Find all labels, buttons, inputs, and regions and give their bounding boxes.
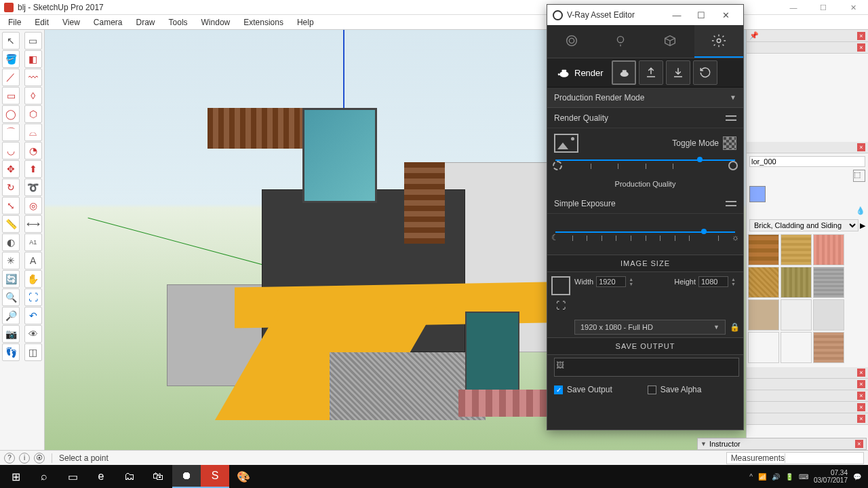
vray-minimize-button[interactable]: —	[665, 10, 689, 20]
eyedropper-icon[interactable]: 💧	[856, 206, 865, 215]
material-swatch[interactable]	[781, 332, 812, 363]
panel-close-1[interactable]: ×	[857, 43, 865, 52]
material-swatch[interactable]	[813, 234, 844, 265]
orbit-tool[interactable]: 🔄	[2, 270, 20, 288]
eraser-tool[interactable]: ◧	[24, 50, 42, 68]
material-create-icon[interactable]: ⬚	[853, 170, 865, 182]
edge-taskbar-icon[interactable]: e	[87, 465, 115, 488]
taskbar-clock[interactable]: 07.34 03/07/2017	[814, 469, 848, 484]
geo-icon[interactable]: ⦿	[34, 453, 45, 464]
3pt-arc-tool[interactable]: ◡	[2, 142, 20, 159]
model-geometry[interactable]	[167, 94, 560, 420]
move-tool[interactable]: ✥	[2, 160, 20, 178]
protractor-tool[interactable]: ◐	[2, 233, 20, 251]
material-swatch[interactable]	[781, 299, 812, 331]
width-input[interactable]	[596, 276, 626, 287]
menu-tools[interactable]: Tools	[162, 16, 195, 29]
select-tool[interactable]: ↖	[2, 32, 20, 50]
vray-close-button[interactable]: ✕	[713, 10, 738, 20]
panel-close-5[interactable]: ×	[857, 392, 865, 400]
store-taskbar-icon[interactable]: 🛍	[144, 465, 172, 488]
import-button[interactable]	[666, 60, 690, 85]
vray-titlebar[interactable]: V-Ray Asset Editor — ☐ ✕	[547, 5, 743, 25]
material-preview-swatch[interactable]	[749, 186, 766, 202]
start-button[interactable]: ⊞	[1, 465, 30, 488]
task-view-button[interactable]: ▭	[58, 465, 87, 488]
rectangle-tool[interactable]: ▭	[2, 87, 20, 105]
height-input[interactable]	[698, 276, 728, 287]
menu-view[interactable]: View	[56, 16, 87, 29]
panel-close-6[interactable]: ×	[857, 403, 865, 411]
tray-language-icon[interactable]: ⌨	[799, 473, 808, 481]
tray-pin-icon[interactable]: 📌	[749, 31, 759, 40]
2pt-arc-tool[interactable]: ⌓	[24, 124, 42, 141]
material-swatch[interactable]	[781, 267, 812, 298]
simple-exposure-header[interactable]: Simple Exposure	[547, 193, 743, 214]
paint-taskbar-icon[interactable]: 🎨	[229, 465, 258, 488]
save-output-path[interactable]: 🖼	[554, 358, 739, 377]
section-tool[interactable]: ◫	[24, 343, 42, 361]
quality-preview-icon[interactable]	[554, 134, 578, 153]
material-category-select[interactable]: Brick, Cladding and Siding	[749, 219, 859, 231]
help-icon[interactable]: ?	[4, 453, 15, 464]
height-down[interactable]: ▼	[731, 282, 739, 286]
vray-lights-tab[interactable]	[596, 25, 645, 58]
tape-tool[interactable]: 📏	[2, 215, 20, 233]
safe-frame-icon[interactable]: ⛶	[553, 298, 568, 313]
main-maximize-button[interactable]: ☐	[808, 0, 838, 15]
resolution-preset-dropdown[interactable]: 1920 x 1080 - Full HD ▼	[574, 320, 726, 335]
tray-battery-icon[interactable]: 🔋	[785, 473, 793, 481]
tray-close-button[interactable]: ×	[857, 32, 865, 40]
polygon-tool[interactable]: ⬡	[24, 105, 42, 123]
save-alpha-checkbox[interactable]	[648, 386, 656, 394]
vray-settings-tab[interactable]	[694, 25, 743, 58]
freehand-tool[interactable]: 〰	[24, 69, 42, 86]
component-tool[interactable]: ▭	[24, 32, 42, 50]
arc-tool[interactable]: ⌒	[2, 124, 20, 141]
main-close-button[interactable]: ✕	[838, 0, 868, 15]
panel-close-3[interactable]: ×	[857, 369, 865, 377]
paint-tool[interactable]: 🪣	[2, 50, 20, 68]
zoom-extents-tool[interactable]: ⛶	[24, 288, 42, 306]
search-button[interactable]: ⌕	[30, 465, 58, 488]
exposure-slider[interactable]: ☾ ☼	[554, 229, 736, 249]
material-swatch[interactable]	[748, 332, 779, 363]
measurements-input[interactable]	[785, 453, 859, 463]
menu-help[interactable]: Help	[290, 16, 321, 29]
panel-close-7[interactable]: ×	[857, 415, 865, 423]
material-swatch[interactable]	[748, 299, 779, 331]
tray-network-icon[interactable]: 📶	[758, 473, 766, 481]
rotate-tool[interactable]: ↻	[2, 179, 20, 196]
pushpull-tool[interactable]: ⬆	[24, 160, 42, 178]
save-output-checkbox[interactable]: ✓	[554, 386, 563, 394]
render-mode-dropdown[interactable]: Production Render Mode ▼	[547, 88, 743, 108]
tray-expand-icon[interactable]: ^	[749, 473, 753, 481]
previous-tool[interactable]: ↶	[24, 307, 42, 324]
width-up[interactable]: ▲	[629, 277, 637, 282]
menu-camera[interactable]: Camera	[87, 16, 130, 29]
material-swatch[interactable]	[813, 267, 844, 298]
walk-tool[interactable]: 👣	[2, 343, 20, 361]
width-down[interactable]: ▼	[629, 282, 637, 286]
notifications-icon[interactable]: 💬	[853, 473, 861, 481]
tray-volume-icon[interactable]: 🔊	[772, 473, 780, 481]
render-button[interactable]: Render	[551, 64, 609, 81]
toggle-mode-button[interactable]	[723, 136, 736, 150]
material-swatch[interactable]	[781, 234, 812, 265]
category-nav-icon[interactable]: ▶	[860, 221, 865, 230]
render-quality-header[interactable]: Render Quality	[547, 108, 743, 128]
user-icon[interactable]: i	[19, 453, 30, 464]
explorer-taskbar-icon[interactable]: 🗂	[115, 465, 144, 488]
panel-close-4[interactable]: ×	[857, 380, 865, 388]
offset-tool[interactable]: ◎	[24, 197, 42, 214]
followme-tool[interactable]: ➰	[24, 179, 42, 196]
panel-close-2[interactable]: ×	[857, 143, 865, 151]
menu-draw[interactable]: Draw	[130, 16, 162, 29]
instructor-panel-header[interactable]: Instructor ×	[697, 438, 867, 450]
instructor-close[interactable]: ×	[855, 440, 863, 448]
dimension-tool[interactable]: ⟷	[24, 215, 42, 233]
axes-tool[interactable]: ✳	[2, 252, 20, 269]
material-swatch[interactable]	[748, 267, 779, 298]
circle-tool[interactable]: ◯	[2, 105, 20, 123]
interactive-render-button[interactable]	[612, 60, 636, 85]
